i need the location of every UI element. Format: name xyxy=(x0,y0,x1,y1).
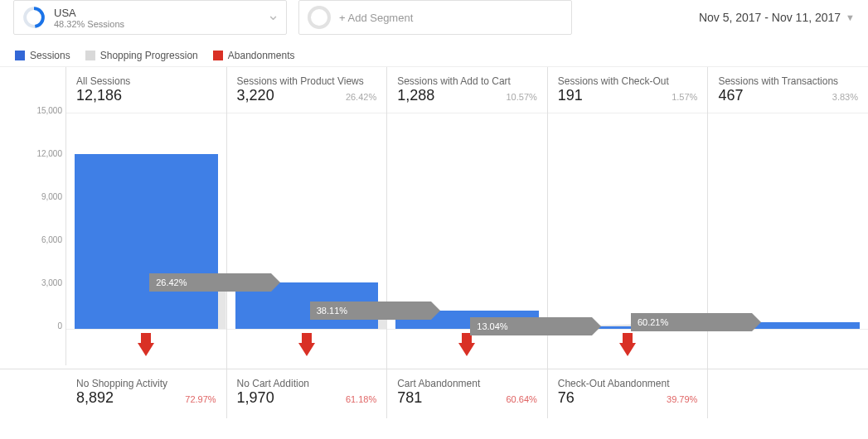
y-tick: 6,000 xyxy=(41,235,62,244)
stage-pct: 26.42% xyxy=(346,92,376,102)
abandon-pct: 60.64% xyxy=(506,394,536,404)
y-tick: 15,000 xyxy=(36,106,62,115)
progression-tag: 26.42% xyxy=(149,273,270,292)
segment-card[interactable]: USA 48.32% Sessions ⌄ xyxy=(13,0,287,35)
swatch-progression xyxy=(85,51,95,60)
abandon-value: 1,970 xyxy=(237,389,274,407)
stage-pct: 3.83% xyxy=(832,92,858,102)
abandonment-arrow-icon xyxy=(458,343,475,356)
abandon-pct: 61.18% xyxy=(346,394,376,404)
add-segment-label: + Add Segment xyxy=(339,12,413,24)
chevron-down-icon: ▼ xyxy=(846,12,855,22)
swatch-sessions xyxy=(15,51,25,60)
segment-subtext: 48.32% Sessions xyxy=(54,19,124,29)
abandon-value: 8,892 xyxy=(76,389,114,407)
date-range-picker[interactable]: Nov 5, 2017 - Nov 11, 2017 ▼ xyxy=(699,11,855,24)
stage-label: Sessions with Add to Cart xyxy=(397,75,537,87)
funnel-stage: Sessions with Product Views3,22026.42%38… xyxy=(227,67,388,369)
progression-tag: 38.11% xyxy=(310,302,431,320)
abandon-pct: 39.79% xyxy=(667,394,697,404)
funnel-stage: All Sessions12,18626.42% xyxy=(66,67,227,369)
stage-value: 467 xyxy=(718,87,743,104)
abandon-label: No Shopping Activity xyxy=(76,378,216,389)
stage-label: Sessions with Check-Out xyxy=(558,75,698,87)
stage-pct: 10.57% xyxy=(506,92,536,102)
segment-name: USA xyxy=(54,7,124,19)
abandonment-arrow-icon xyxy=(298,343,315,356)
date-range-text: Nov 5, 2017 - Nov 11, 2017 xyxy=(699,11,841,24)
y-tick: 3,000 xyxy=(41,278,62,287)
abandonment-row: No Shopping Activity8,89272.97%No Cart A… xyxy=(0,369,868,418)
abandonment-cell xyxy=(708,369,868,418)
sessions-bar xyxy=(75,154,218,329)
stage-pct: 1.57% xyxy=(672,92,697,102)
abandon-label: Check-Out Abandonment xyxy=(558,378,698,389)
abandonment-arrow-icon xyxy=(138,343,154,356)
add-segment-button[interactable]: + Add Segment xyxy=(298,0,572,35)
segment-donut-icon xyxy=(22,6,46,29)
y-axis: 03,0006,0009,00012,00015,000 xyxy=(0,67,66,365)
progression-tag: 13.04% xyxy=(470,317,591,335)
stage-label: Sessions with Product Views xyxy=(237,75,377,87)
abandonment-cell: Check-Out Abandonment7639.79% xyxy=(548,369,709,418)
abandonment-arrow-icon xyxy=(619,343,636,356)
y-tick: 12,000 xyxy=(36,149,62,158)
funnel-chart: 03,0006,0009,00012,00015,000 All Session… xyxy=(0,67,868,369)
stage-value: 191 xyxy=(558,87,583,104)
stage-value: 3,220 xyxy=(237,87,274,104)
abandon-value: 76 xyxy=(558,389,575,407)
abandonment-cell: No Shopping Activity8,89272.97% xyxy=(66,369,227,418)
legend: Sessions Shopping Progression Abandonmen… xyxy=(0,41,868,67)
swatch-abandon xyxy=(213,51,223,60)
stage-label: Sessions with Transactions xyxy=(718,75,858,87)
stage-value: 12,186 xyxy=(76,87,122,104)
progression-tag: 60.21% xyxy=(631,313,752,331)
funnel-stage: Sessions with Add to Cart1,28810.57%13.0… xyxy=(387,67,548,369)
abandonment-cell: No Cart Addition1,97061.18% xyxy=(227,369,388,418)
stage-label: All Sessions xyxy=(76,75,216,87)
abandon-value: 781 xyxy=(397,389,422,407)
stage-value: 1,288 xyxy=(397,87,434,104)
abandon-label: No Cart Addition xyxy=(237,378,377,389)
abandon-label: Cart Abandonment xyxy=(397,378,537,389)
y-tick: 9,000 xyxy=(41,192,62,201)
empty-donut-icon xyxy=(308,6,331,29)
chevron-down-icon[interactable]: ⌄ xyxy=(267,6,279,24)
y-tick: 0 xyxy=(57,321,62,330)
abandon-pct: 72.97% xyxy=(185,394,216,404)
abandonment-cell: Cart Abandonment78160.64% xyxy=(387,369,548,418)
